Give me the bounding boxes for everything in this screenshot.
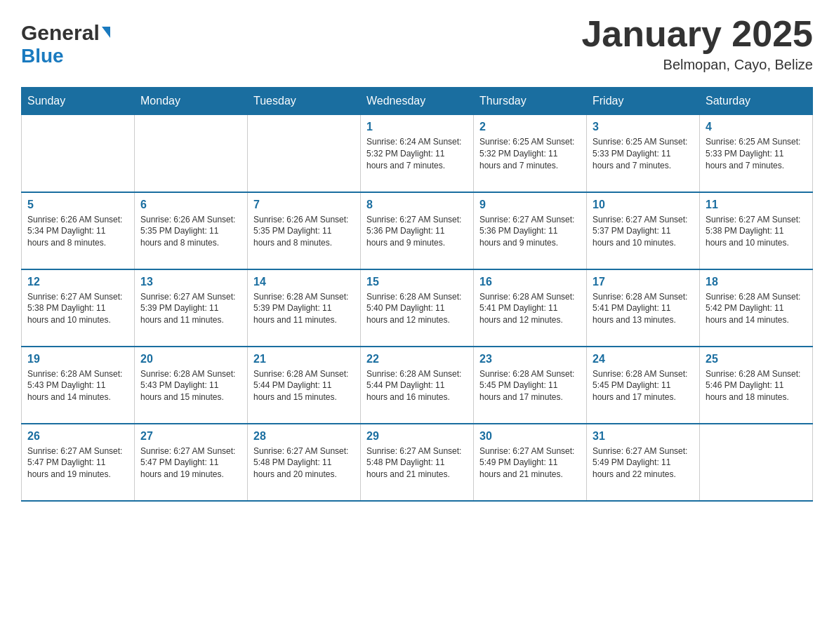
header-cell-friday: Friday	[587, 88, 700, 115]
day-info: Sunrise: 6:28 AM Sunset: 5:43 PM Dayligh…	[27, 368, 128, 403]
day-number: 18	[706, 276, 807, 288]
day-cell: 26Sunrise: 6:27 AM Sunset: 5:47 PM Dayli…	[22, 424, 135, 501]
day-info: Sunrise: 6:27 AM Sunset: 5:37 PM Dayligh…	[593, 214, 694, 249]
day-cell: 2Sunrise: 6:25 AM Sunset: 5:32 PM Daylig…	[474, 115, 587, 192]
day-number: 10	[593, 199, 694, 211]
day-info: Sunrise: 6:25 AM Sunset: 5:33 PM Dayligh…	[593, 136, 694, 171]
day-cell: 28Sunrise: 6:27 AM Sunset: 5:48 PM Dayli…	[248, 424, 361, 501]
day-number: 11	[706, 199, 807, 211]
day-number: 15	[366, 276, 468, 288]
day-cell: 18Sunrise: 6:28 AM Sunset: 5:42 PM Dayli…	[700, 269, 813, 347]
day-cell: 3Sunrise: 6:25 AM Sunset: 5:33 PM Daylig…	[587, 115, 700, 192]
day-cell: 25Sunrise: 6:28 AM Sunset: 5:46 PM Dayli…	[700, 347, 813, 424]
day-number: 12	[27, 276, 128, 288]
day-cell: 17Sunrise: 6:28 AM Sunset: 5:41 PM Dayli…	[587, 269, 700, 347]
day-cell: 24Sunrise: 6:28 AM Sunset: 5:45 PM Dayli…	[587, 347, 700, 424]
header-row: SundayMondayTuesdayWednesdayThursdayFrid…	[22, 88, 813, 115]
day-cell: 9Sunrise: 6:27 AM Sunset: 5:36 PM Daylig…	[474, 192, 587, 269]
day-cell: 13Sunrise: 6:27 AM Sunset: 5:39 PM Dayli…	[135, 269, 248, 347]
day-cell: 27Sunrise: 6:27 AM Sunset: 5:47 PM Dayli…	[135, 424, 248, 501]
day-number: 5	[27, 199, 128, 211]
day-info: Sunrise: 6:28 AM Sunset: 5:44 PM Dayligh…	[253, 368, 355, 403]
day-number: 4	[706, 121, 807, 133]
day-number: 30	[479, 430, 581, 443]
day-number: 9	[479, 199, 581, 211]
day-cell: 1Sunrise: 6:24 AM Sunset: 5:32 PM Daylig…	[361, 115, 474, 192]
day-info: Sunrise: 6:25 AM Sunset: 5:32 PM Dayligh…	[479, 136, 581, 171]
day-cell: 22Sunrise: 6:28 AM Sunset: 5:44 PM Dayli…	[361, 347, 474, 424]
logo: General Blue	[21, 14, 110, 67]
day-cell: 14Sunrise: 6:28 AM Sunset: 5:39 PM Dayli…	[248, 269, 361, 347]
title-area: January 2025 Belmopan, Cayo, Belize	[581, 14, 813, 73]
header: General Blue January 2025 Belmopan, Cayo…	[21, 14, 813, 73]
day-number: 21	[253, 353, 355, 365]
day-info: Sunrise: 6:28 AM Sunset: 5:39 PM Dayligh…	[253, 291, 355, 326]
day-cell: 12Sunrise: 6:27 AM Sunset: 5:38 PM Dayli…	[22, 269, 135, 347]
day-cell: 6Sunrise: 6:26 AM Sunset: 5:35 PM Daylig…	[135, 192, 248, 269]
week-row-4: 19Sunrise: 6:28 AM Sunset: 5:43 PM Dayli…	[22, 347, 813, 424]
header-cell-monday: Monday	[135, 88, 248, 115]
header-cell-saturday: Saturday	[700, 88, 813, 115]
day-cell: 10Sunrise: 6:27 AM Sunset: 5:37 PM Dayli…	[587, 192, 700, 269]
day-info: Sunrise: 6:27 AM Sunset: 5:48 PM Dayligh…	[253, 445, 355, 481]
day-info: Sunrise: 6:27 AM Sunset: 5:38 PM Dayligh…	[706, 214, 807, 249]
day-info: Sunrise: 6:28 AM Sunset: 5:41 PM Dayligh…	[593, 291, 694, 326]
day-number: 6	[140, 199, 241, 211]
day-number: 31	[593, 430, 694, 443]
day-cell: 31Sunrise: 6:27 AM Sunset: 5:49 PM Dayli…	[587, 424, 700, 501]
day-number: 3	[593, 121, 694, 133]
day-number: 8	[366, 199, 468, 211]
day-info: Sunrise: 6:27 AM Sunset: 5:48 PM Dayligh…	[366, 445, 468, 481]
day-info: Sunrise: 6:28 AM Sunset: 5:45 PM Dayligh…	[479, 368, 581, 403]
day-info: Sunrise: 6:28 AM Sunset: 5:46 PM Dayligh…	[706, 368, 807, 403]
header-cell-tuesday: Tuesday	[248, 88, 361, 115]
week-row-1: 1Sunrise: 6:24 AM Sunset: 5:32 PM Daylig…	[22, 115, 813, 192]
day-info: Sunrise: 6:27 AM Sunset: 5:49 PM Dayligh…	[479, 445, 581, 481]
day-number: 13	[140, 276, 241, 288]
day-cell	[248, 115, 361, 192]
day-info: Sunrise: 6:28 AM Sunset: 5:45 PM Dayligh…	[593, 368, 694, 403]
week-row-2: 5Sunrise: 6:26 AM Sunset: 5:34 PM Daylig…	[22, 192, 813, 269]
day-cell	[135, 115, 248, 192]
day-info: Sunrise: 6:27 AM Sunset: 5:39 PM Dayligh…	[140, 291, 241, 326]
day-number: 17	[593, 276, 694, 288]
day-cell: 11Sunrise: 6:27 AM Sunset: 5:38 PM Dayli…	[700, 192, 813, 269]
day-info: Sunrise: 6:27 AM Sunset: 5:38 PM Dayligh…	[27, 291, 128, 326]
week-row-3: 12Sunrise: 6:27 AM Sunset: 5:38 PM Dayli…	[22, 269, 813, 347]
day-info: Sunrise: 6:26 AM Sunset: 5:35 PM Dayligh…	[253, 214, 355, 249]
logo-line1: General	[21, 21, 110, 45]
header-cell-wednesday: Wednesday	[361, 88, 474, 115]
day-number: 7	[253, 199, 355, 211]
day-cell: 19Sunrise: 6:28 AM Sunset: 5:43 PM Dayli…	[22, 347, 135, 424]
day-cell: 15Sunrise: 6:28 AM Sunset: 5:40 PM Dayli…	[361, 269, 474, 347]
day-cell	[700, 424, 813, 501]
day-info: Sunrise: 6:25 AM Sunset: 5:33 PM Dayligh…	[706, 136, 807, 171]
day-cell: 16Sunrise: 6:28 AM Sunset: 5:41 PM Dayli…	[474, 269, 587, 347]
day-cell: 4Sunrise: 6:25 AM Sunset: 5:33 PM Daylig…	[700, 115, 813, 192]
day-info: Sunrise: 6:27 AM Sunset: 5:47 PM Dayligh…	[27, 445, 128, 481]
day-number: 20	[140, 353, 241, 365]
week-row-5: 26Sunrise: 6:27 AM Sunset: 5:47 PM Dayli…	[22, 424, 813, 501]
day-number: 23	[479, 353, 581, 365]
logo-blue: Blue	[21, 45, 64, 67]
day-cell: 8Sunrise: 6:27 AM Sunset: 5:36 PM Daylig…	[361, 192, 474, 269]
day-number: 2	[479, 121, 581, 133]
day-number: 29	[366, 430, 468, 443]
calendar-table: SundayMondayTuesdayWednesdayThursdayFrid…	[21, 87, 813, 502]
day-info: Sunrise: 6:27 AM Sunset: 5:47 PM Dayligh…	[140, 445, 241, 481]
calendar-title: January 2025	[581, 14, 813, 54]
day-info: Sunrise: 6:28 AM Sunset: 5:43 PM Dayligh…	[140, 368, 241, 403]
calendar-subtitle: Belmopan, Cayo, Belize	[581, 57, 813, 73]
day-cell: 23Sunrise: 6:28 AM Sunset: 5:45 PM Dayli…	[474, 347, 587, 424]
day-number: 28	[253, 430, 355, 443]
logo-general: General	[21, 21, 100, 45]
day-info: Sunrise: 6:28 AM Sunset: 5:44 PM Dayligh…	[366, 368, 468, 403]
day-info: Sunrise: 6:26 AM Sunset: 5:35 PM Dayligh…	[140, 214, 241, 249]
day-info: Sunrise: 6:27 AM Sunset: 5:36 PM Dayligh…	[366, 214, 468, 249]
day-info: Sunrise: 6:28 AM Sunset: 5:40 PM Dayligh…	[366, 291, 468, 326]
day-number: 27	[140, 430, 241, 443]
day-cell: 5Sunrise: 6:26 AM Sunset: 5:34 PM Daylig…	[22, 192, 135, 269]
day-info: Sunrise: 6:24 AM Sunset: 5:32 PM Dayligh…	[366, 136, 468, 171]
day-number: 26	[27, 430, 128, 443]
logo-triangle-icon	[102, 27, 110, 38]
